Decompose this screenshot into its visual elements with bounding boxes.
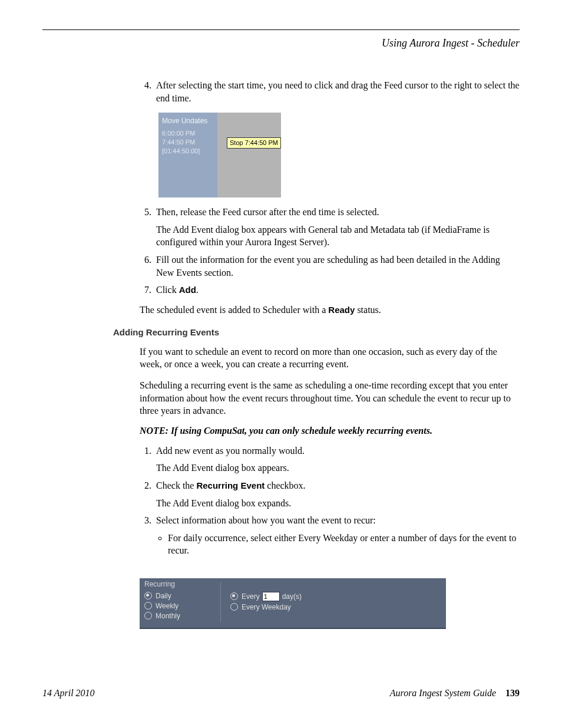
radio-every-row[interactable]: Every 1 day(s): [230, 592, 441, 601]
step-7-bold: Add: [179, 285, 196, 295]
radio-monthly-row[interactable]: Monthly: [144, 612, 216, 620]
every-days-input[interactable]: 1: [262, 592, 280, 601]
footer-page-number: 139: [505, 688, 520, 698]
radio-icon: [144, 612, 152, 620]
recurring-right-col: Every 1 day(s) Every Weekday: [221, 582, 441, 622]
radio-weekly-row[interactable]: Weekly: [144, 602, 216, 610]
radio-every-weekday-row[interactable]: Every Weekday: [230, 603, 441, 611]
section-heading-recurring: Adding Recurring Events: [113, 327, 520, 337]
recurring-left-col: Recurring Daily Weekly Monthly: [144, 582, 221, 622]
figure-time-end: 7:44:50 PM: [162, 138, 214, 147]
step-5-text: Then, release the Feed cursor after the …: [156, 207, 379, 217]
step-4: After selecting the start time, you need…: [154, 79, 520, 197]
radio-monthly-label: Monthly: [156, 612, 180, 620]
step-7: Click Add.: [154, 284, 520, 297]
running-header: Using Aurora Ingest - Scheduler: [42, 37, 520, 50]
step-5-detail: The Add Event dialog box appears with Ge…: [156, 223, 520, 249]
radio-daily-label: Daily: [156, 592, 171, 600]
status-prefix: The scheduled event is added to Schedule…: [140, 305, 328, 315]
step-b3-bullets: For daily occurrence, select either Ever…: [156, 532, 520, 557]
recurring-legend: Recurring: [144, 580, 216, 588]
step-b1-detail: The Add Event dialog box appears.: [156, 462, 520, 475]
figure-time-start: 6:00:00 PM: [162, 129, 214, 138]
figure-recurring-panel: Recurring Daily Weekly Monthly: [140, 578, 446, 629]
figure-tooltip: Stop 7:44:50 PM: [227, 137, 281, 149]
step-b2-bold: Recurring Event: [196, 480, 265, 490]
step-6-text: Fill out the information for the event y…: [156, 255, 500, 278]
steps-list-a: After selecting the start time, you need…: [140, 79, 520, 297]
step-b3-bullet-1: For daily occurrence, select either Ever…: [168, 532, 520, 557]
page-footer: 14 April 2010 Aurora Ingest System Guide…: [42, 688, 520, 699]
step-b2-suffix: checkbox.: [265, 480, 305, 490]
step-5: Then, release the Feed cursor after the …: [154, 206, 520, 249]
radio-icon: [144, 602, 152, 610]
radio-weekly-label: Weekly: [156, 602, 178, 610]
footer-guide: Aurora Ingest System Guide: [390, 688, 496, 698]
step-b1: Add new event as you normally would. The…: [154, 444, 520, 475]
section2-note: NOTE: If using CompuSat, you can only sc…: [140, 426, 520, 436]
figure-selection-block: Move Undates 6:00:00 PM 7:44:50 PM [01:4…: [158, 113, 217, 197]
figure-feed-cursor: Move Undates 6:00:00 PM 7:44:50 PM [01:4…: [158, 113, 281, 197]
header-rule: [42, 29, 520, 30]
status-suffix: status.: [355, 305, 381, 315]
step-b3: Select information about how you want th…: [154, 514, 520, 557]
steps-list-b: Add new event as you normally would. The…: [140, 444, 520, 557]
status-line: The scheduled event is added to Schedule…: [140, 305, 520, 315]
step-b2: Check the Recurring Event checkbox. The …: [154, 479, 520, 509]
step-b2-prefix: Check the: [156, 480, 196, 490]
step-b2-detail: The Add Event dialog box expands.: [156, 497, 520, 510]
days-label: day(s): [282, 592, 302, 601]
section2-p1: If you want to schedule an event to reco…: [140, 345, 520, 371]
every-weekday-label: Every Weekday: [242, 603, 291, 611]
step-7-suffix: .: [196, 285, 199, 295]
radio-icon: [230, 603, 238, 611]
main-content: After selecting the start time, you need…: [140, 79, 520, 315]
step-b3-text: Select information about how you want th…: [156, 515, 376, 525]
step-7-prefix: Click: [156, 285, 179, 295]
radio-icon: [230, 592, 238, 600]
section2-p2: Scheduling a recurring event is the same…: [140, 379, 520, 417]
radio-daily-row[interactable]: Daily: [144, 592, 216, 600]
radio-icon: [144, 592, 152, 599]
figure-selection-title: Move Undates: [162, 116, 214, 126]
every-label: Every: [242, 592, 260, 601]
step-6: Fill out the information for the event y…: [154, 253, 520, 279]
figure-duration: [01:44:50.00]: [162, 147, 214, 156]
step-4-text: After selecting the start time, you need…: [156, 80, 520, 103]
status-bold: Ready: [328, 305, 355, 315]
footer-date: 14 April 2010: [42, 688, 95, 699]
step-b1-text: Add new event as you normally would.: [156, 446, 305, 456]
